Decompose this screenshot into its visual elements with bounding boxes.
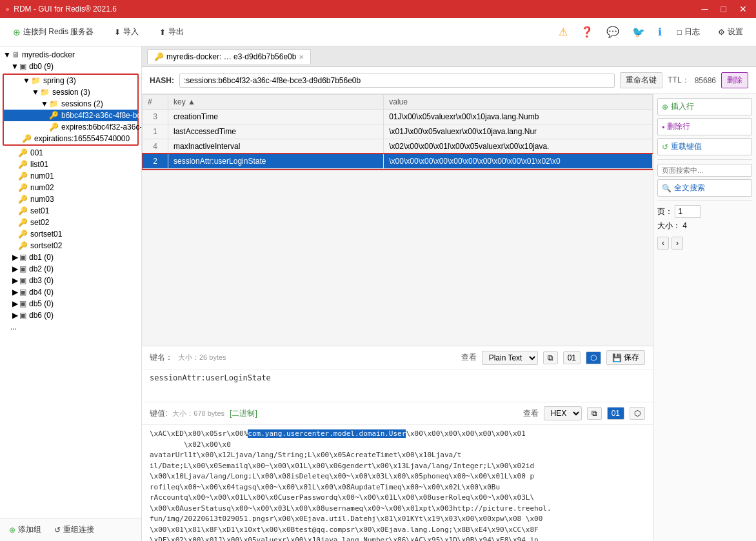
reconnect-button[interactable]: ↺ 重组连接	[50, 522, 98, 537]
copy-value-btn[interactable]: ⧉	[587, 407, 602, 420]
session-folder-icon: 📁	[40, 88, 50, 97]
key-sortset01[interactable]: 🔑 sortset01	[0, 228, 141, 240]
sessions-folder[interactable]: ▼ 📁 sessions (2)	[4, 98, 137, 110]
connect-redis-button[interactable]: ⊕ 连接到 Redis 服务器	[8, 24, 99, 40]
row-val-last: \x01J\x00\x05valuexr\x00\x10java.lang.Nu…	[384, 124, 653, 139]
key-set02[interactable]: 🔑 set02	[0, 217, 141, 228]
tab-close-icon[interactable]: ✕	[299, 54, 304, 61]
save-icon: 💾	[612, 353, 622, 362]
db4-item[interactable]: ▶ ▣ db4 (0)	[0, 286, 141, 298]
key-set01[interactable]: 🔑 set01	[0, 205, 141, 217]
spring-folder[interactable]: ▼ 📁 spring (3)	[4, 75, 137, 86]
main-layout: ▼ 🖥 myredis-docker ▼ ▣ db0 (9) ▼ 📁 sprin…	[0, 46, 756, 541]
db1-item[interactable]: ▶ ▣ db1 (0)	[0, 251, 141, 263]
reload-value-button[interactable]: ↺ 重载键值	[657, 138, 752, 155]
key-num03-icon: 🔑	[18, 195, 28, 204]
db6-icon: ▣	[19, 311, 26, 320]
separator-1	[657, 159, 752, 160]
key-name-size: 大小：26 bytes	[178, 353, 226, 362]
save-key-button[interactable]: 💾 保存	[606, 350, 645, 365]
chat-icon-btn[interactable]: 💬	[604, 23, 622, 41]
table-row[interactable]: 3 creationTime 01J\x00\x05valuexr\x00\x1…	[143, 110, 653, 124]
key-num01[interactable]: 🔑 num01	[0, 170, 141, 182]
insert-row-button[interactable]: ⊕ 插入行	[657, 98, 752, 115]
key-name-display: sessionAttr:userLoginState	[142, 369, 653, 402]
col-value: value	[384, 95, 653, 110]
db-more-item[interactable]: ...	[0, 321, 141, 333]
add-group-button[interactable]: ⊕ 添加组	[5, 522, 45, 537]
fulltext-search-button[interactable]: 🔍 全文搜索	[657, 179, 752, 197]
expires-key-item[interactable]: 🔑 expires:b6bc4f32-a36c-4f8e-bce3-d9d6b7…	[4, 121, 137, 133]
next-page-button[interactable]: ›	[671, 237, 683, 250]
value-size: 大小：678 bytes	[172, 409, 224, 418]
db3-arrow: ▶	[10, 276, 19, 285]
rename-key-button[interactable]: 重命名键	[620, 72, 662, 88]
db3-item[interactable]: ▶ ▣ db3 (0)	[0, 275, 141, 286]
key-name-input[interactable]	[179, 74, 615, 88]
titlebar-controls: ─ □ ✕	[698, 3, 751, 15]
reload-icon: ↺	[662, 143, 668, 152]
maximize-btn[interactable]: □	[717, 3, 730, 15]
key-num02-icon: 🔑	[18, 183, 28, 192]
close-btn[interactable]: ✕	[735, 3, 751, 15]
key-list01[interactable]: 🔑 list01	[0, 159, 141, 170]
value-label: 键值:	[150, 408, 167, 419]
table-row[interactable]: 4 maxInactiveInterval \x02\x00\x00\x01l\…	[143, 139, 653, 154]
pagination-controls: ‹ ›	[657, 237, 752, 250]
fulltext-icon: 🔍	[662, 184, 671, 193]
key-001[interactable]: 🔑 001	[0, 147, 141, 159]
key-sortset02[interactable]: 🔑 sortset02	[0, 240, 141, 251]
selected-key-item[interactable]: 🔑 b6bc4f32-a36c-4f8e-bce3-d9d6b 56b	[4, 110, 137, 121]
export-button[interactable]: ⬆ 导出	[154, 24, 189, 40]
delete-row-button[interactable]: ▪ 删除行	[657, 118, 752, 135]
prev-page-button[interactable]: ‹	[657, 237, 669, 250]
folder-icon: 📁	[31, 76, 41, 85]
settings-button[interactable]: ⚙ 设置	[713, 24, 748, 40]
expirations-key-item[interactable]: 🔑 expirations:1655545740000	[4, 133, 137, 144]
twitter-icon-btn[interactable]: 🐦	[630, 23, 648, 41]
row-num-1: 1	[143, 124, 168, 139]
format-select-key[interactable]: Plain Text	[482, 351, 538, 365]
titlebar-left: ● RDM - GUI for Redis® 2021.6	[5, 5, 117, 14]
key-sortset02-icon: 🔑	[18, 241, 28, 250]
add-group-icon: ⊕	[9, 526, 15, 535]
key-name-label: 键名：	[150, 352, 173, 363]
db4-icon: ▣	[19, 288, 26, 297]
db6-item[interactable]: ▶ ▣ db6 (0)	[0, 310, 141, 321]
delete-key-button[interactable]: 删除	[721, 72, 748, 88]
server-item[interactable]: ▼ 🖥 myredis-docker	[0, 49, 141, 61]
format-select-value[interactable]: HEX	[544, 406, 582, 420]
table-row[interactable]: 1 lastAccessedTime \x01J\x00\x05valuexr\…	[143, 124, 653, 139]
page-input[interactable]	[675, 205, 701, 218]
session-folder[interactable]: ▼ 📁 session (3)	[4, 86, 137, 98]
key-num02[interactable]: 🔑 num02	[0, 182, 141, 193]
binary-value-btn[interactable]: 01	[607, 407, 624, 420]
hex-value-btn[interactable]: ⬡	[630, 407, 645, 420]
info-icon-btn[interactable]: ℹ	[655, 23, 664, 41]
log-button[interactable]: □ 日志	[672, 24, 705, 40]
page-search-input[interactable]	[657, 164, 752, 177]
import-button[interactable]: ⬇ 导入	[109, 24, 144, 40]
minimize-btn[interactable]: ─	[698, 3, 712, 15]
binary-badge[interactable]: [二进制]	[230, 408, 257, 419]
server-icon: 🖥	[12, 50, 19, 59]
warning-icon-btn[interactable]: ⚠	[556, 23, 570, 41]
table-row-selected[interactable]: 2 sessionAttr:userLoginState \x00\x00\x0…	[143, 154, 653, 169]
main-tab[interactable]: 🔑 myredis-docker: … e3-d9d6b7b56e0b ✕	[147, 49, 311, 64]
sidebar-footer: ⊕ 添加组 ↺ 重组连接	[0, 518, 141, 541]
db2-item[interactable]: ▶ ▣ db2 (0)	[0, 263, 141, 275]
spring-arrow: ▼	[22, 76, 31, 85]
binary-key-btn[interactable]: 01	[563, 351, 581, 364]
copy-key-btn[interactable]: ⧉	[543, 351, 558, 364]
hex-key-btn[interactable]: ⬡	[586, 351, 601, 364]
help-icon-btn[interactable]: ❓	[578, 23, 596, 41]
table-container[interactable]: # key ▲ value 3 creationTime 01J\x00\x05…	[142, 94, 653, 346]
bottom-editor: 键名： 大小：26 bytes 查看 Plain Text ⧉ 01 ⬡ 💾 保…	[142, 346, 653, 541]
col-key[interactable]: key ▲	[168, 95, 384, 110]
db5-item[interactable]: ▶ ▣ db5 (0)	[0, 298, 141, 310]
log-icon: □	[677, 28, 682, 37]
key-num03[interactable]: 🔑 num03	[0, 193, 141, 205]
selected-key-icon: 🔑	[49, 111, 59, 120]
db0-item[interactable]: ▼ ▣ db0 (9)	[0, 61, 141, 72]
hex-content-area[interactable]: \xAC\xED\x00\x05sr\x00%com.yang.usercent…	[142, 425, 653, 541]
